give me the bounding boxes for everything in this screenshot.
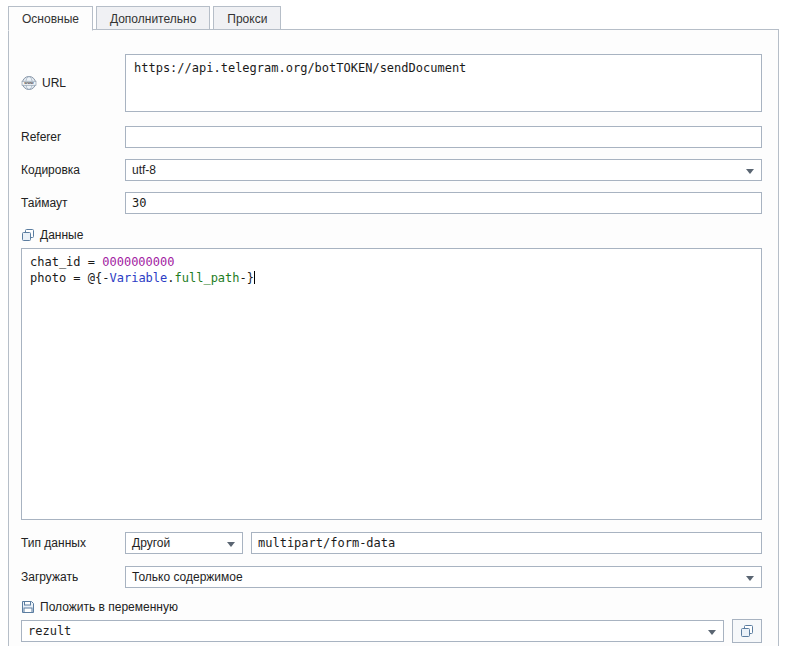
result-var-selected-value: rezult	[28, 624, 71, 638]
load-mode-label: Загружать	[21, 570, 78, 584]
chevron-down-icon	[746, 169, 754, 174]
result-var-label: Положить в переменную	[40, 600, 178, 614]
save-disk-icon	[21, 600, 35, 614]
data-label: Данные	[40, 228, 83, 242]
encoding-combobox[interactable]: utf-8	[125, 159, 762, 181]
variable-copy-button[interactable]	[732, 619, 762, 643]
url-label: URL	[42, 76, 66, 90]
timeout-label: Таймаут	[21, 196, 67, 210]
timeout-input[interactable]	[125, 192, 762, 214]
result-var-section-label: Положить в переменную	[21, 598, 762, 616]
data-type-row: Тип данных Другой	[21, 532, 762, 554]
tab-additional[interactable]: Дополнительно	[96, 6, 210, 30]
timeout-row: Таймаут	[21, 192, 762, 214]
code-line: photo = @{-Variable.full_path-}	[30, 270, 753, 286]
encoding-row: Кодировка utf-8	[21, 159, 762, 181]
www-globe-icon: www	[21, 75, 37, 91]
url-input[interactable]: https://api.telegram.org/botTOKEN/sendDo…	[125, 54, 762, 112]
text-caret	[254, 271, 255, 284]
chevron-down-icon	[746, 576, 754, 581]
url-row: www URL https://api.telegram.org/botTOKE…	[21, 54, 762, 112]
encoding-selected-value: utf-8	[132, 163, 156, 177]
copy-pages-icon	[21, 228, 35, 242]
load-mode-row: Загружать Только содержимое	[21, 566, 762, 588]
tab-main[interactable]: Основные	[8, 6, 93, 31]
copy-icon	[740, 624, 754, 638]
result-var-row: rezult	[21, 619, 762, 643]
data-section-label: Данные	[21, 226, 762, 244]
tab-proxy[interactable]: Прокси	[213, 6, 281, 30]
data-type-label: Тип данных	[21, 536, 86, 550]
main-tab-panel: www URL https://api.telegram.org/botTOKE…	[8, 29, 779, 646]
data-editor[interactable]: chat_id = 0000000000photo = @{-Variable.…	[21, 248, 762, 520]
chevron-down-icon	[227, 542, 235, 547]
load-mode-selected-value: Только содержимое	[132, 570, 243, 584]
data-type-combobox[interactable]: Другой	[125, 532, 243, 554]
content-type-input[interactable]	[251, 532, 762, 554]
chevron-down-icon	[708, 630, 716, 635]
encoding-label: Кодировка	[21, 163, 80, 177]
load-mode-combobox[interactable]: Только содержимое	[125, 566, 762, 588]
tab-bar: Основные Дополнительно Прокси	[8, 6, 284, 31]
referer-row: Referer	[21, 126, 762, 148]
code-line: chat_id = 0000000000	[30, 254, 753, 270]
svg-text:www: www	[24, 80, 34, 85]
referer-input[interactable]	[125, 126, 762, 148]
referer-label: Referer	[21, 130, 61, 144]
result-var-combobox[interactable]: rezult	[21, 620, 724, 642]
data-type-selected-value: Другой	[132, 536, 170, 550]
